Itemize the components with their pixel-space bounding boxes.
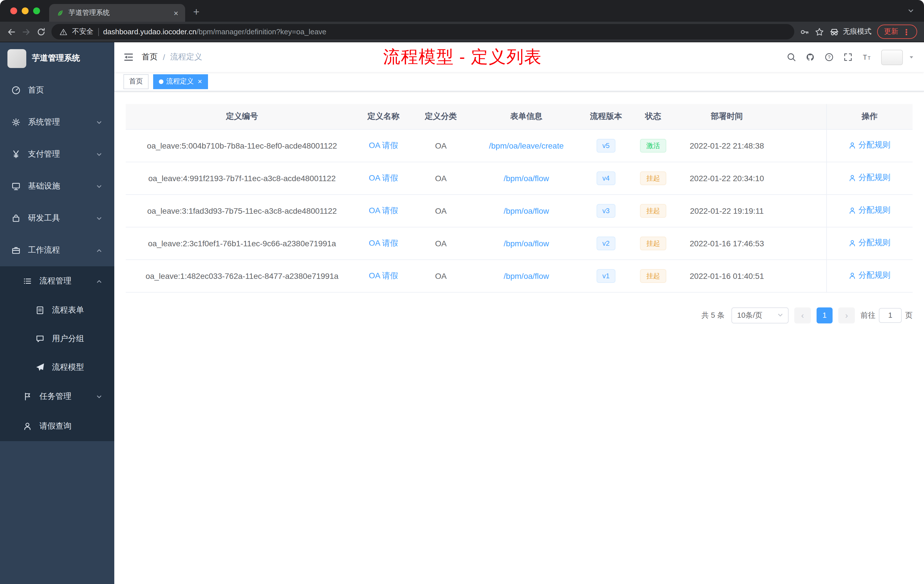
person-icon [849,239,856,247]
sidebar-item-home[interactable]: 首页 [0,74,114,106]
assign-rule-link[interactable]: 分配规则 [849,205,891,216]
definition-name-link[interactable]: OA 请假 [369,205,398,214]
definition-table: 定义编号 定义名称 定义分类 表单信息 流程版本 状态 部署时间 操作 [126,104,912,292]
sidebar-item-leave-query[interactable]: 请假查询 [0,411,114,441]
sidebar-item-process-management[interactable]: 流程管理 [0,266,114,296]
svg-text:?: ? [828,54,830,60]
definition-name-link[interactable]: OA 请假 [369,271,398,280]
browser-update-button[interactable]: 更新 ⋮ [877,25,917,39]
table-row: oa_leave:2:3c1f0ef1-76b1-11ec-9c66-a2380… [126,227,912,259]
page-number-button[interactable]: 1 [817,307,833,323]
forward-button[interactable] [22,27,31,36]
tab-search-button[interactable] [907,7,915,15]
chevron-down-icon [907,7,915,15]
github-button[interactable] [806,53,815,62]
sidebar-item-label: 请假查询 [40,421,71,431]
sidebar-logo[interactable]: 芋道管理系统 [0,42,114,74]
window-zoom-button[interactable] [33,7,40,14]
incognito-icon [830,27,839,36]
browser-tab-strip: 芋道管理系统 × + [0,0,924,22]
sidebar-item-process-model[interactable]: 流程模型 [0,353,114,382]
star-icon [815,27,824,36]
flag-icon [23,392,32,401]
sidebar-item-workflow[interactable]: 工作流程 [0,234,114,266]
sidebar-collapse-button[interactable] [124,52,134,62]
window-close-button[interactable] [10,7,17,14]
forward-arrow-icon [22,27,31,36]
annotation-overlay: 流程模型 - 定义列表 [383,45,542,69]
back-button[interactable] [7,27,16,36]
assign-rule-link[interactable]: 分配规则 [849,271,891,281]
page-content: 定义编号 定义名称 定义分类 表单信息 流程版本 状态 部署时间 操作 [114,91,924,584]
page-unit-label: 页 [905,310,912,320]
search-button[interactable] [787,53,796,62]
sidebar-item-infrastructure[interactable]: 基础设施 [0,170,114,202]
tag-close-icon[interactable]: × [198,78,202,85]
tab-favicon [56,9,64,17]
browser-tab[interactable]: 芋道管理系统 × [49,4,185,22]
assign-rule-link[interactable]: 分配规则 [849,173,891,183]
definition-id: oa_leave:3:1fad3d93-7b75-11ec-a3c8-acde4… [147,206,337,215]
sidebar-item-label: 系统管理 [28,117,60,127]
definition-id: oa_leave:4:991f2193-7b7f-11ec-a3c8-acde4… [148,173,336,183]
status-badge: 挂起 [640,171,666,185]
window-minimize-button[interactable] [22,7,28,14]
active-dot-icon [159,79,163,84]
sidebar-item-label: 流程管理 [40,276,71,286]
next-page-button[interactable]: › [838,307,855,323]
workflow-submenu: 流程管理 流程表单 用户分组 流程模型 任务管理 [0,266,114,441]
form-info-link[interactable]: /bpm/oa/flow [504,239,549,248]
browser-menu-icon[interactable]: ⋮ [902,27,910,36]
reload-button[interactable] [36,27,46,36]
tag-home[interactable]: 首页 [124,74,148,89]
sidebar-item-process-form[interactable]: 流程表单 [0,296,114,325]
goto-page-input[interactable] [879,308,902,323]
page-size-select[interactable]: 10条/页 [731,307,789,323]
sidebar-item-user-group[interactable]: 用户分组 [0,325,114,353]
col-header-version: 流程版本 [579,104,633,129]
help-button[interactable]: ? [825,53,834,62]
font-size-button[interactable]: TT [862,53,871,62]
user-avatar[interactable] [881,49,903,65]
definition-category: OA [435,141,447,150]
definition-id: oa_leave:5:004b710b-7b8a-11ec-8ef0-acde4… [147,141,337,150]
assign-rule-link[interactable]: 分配规则 [849,140,891,150]
assign-rule-link[interactable]: 分配规则 [849,238,891,248]
sidebar-item-payment-management[interactable]: 支付管理 [0,138,114,170]
tab-close-button[interactable]: × [174,9,178,17]
form-info-link[interactable]: /bpm/oa/leave/create [489,141,564,150]
breadcrumb-home[interactable]: 首页 [142,52,158,62]
prev-page-button[interactable]: ‹ [794,307,811,323]
deploy-time: 2022-01-22 19:19:11 [690,206,764,215]
chevron-up-icon [96,247,103,254]
form-info-link[interactable]: /bpm/oa/flow [504,206,549,215]
browser-toolbar: 不安全 dashboard.yudao.iocoder.cn/bpm/manag… [0,22,924,42]
tag-process-definition[interactable]: 流程定义 × [153,74,208,89]
avatar-caret-icon[interactable] [908,54,915,61]
address-bar[interactable]: 不安全 dashboard.yudao.iocoder.cn/bpm/manag… [51,24,794,40]
form-info-link[interactable]: /bpm/oa/flow [504,173,549,183]
new-tab-button[interactable]: + [193,6,200,18]
definition-name-link[interactable]: OA 请假 [369,173,398,182]
back-arrow-icon [7,27,16,36]
password-key-button[interactable] [800,27,809,36]
sidebar-item-task-management[interactable]: 任务管理 [0,382,114,411]
form-info-link[interactable]: /bpm/oa/flow [504,271,549,280]
not-secure-warning-icon [59,28,68,36]
url-text: dashboard.yudao.iocoder.cn/bpm/manager/d… [103,27,326,36]
chevron-down-icon [96,393,103,400]
sidebar-item-system-management[interactable]: 系统管理 [0,106,114,138]
logo-image [7,49,26,68]
fullscreen-icon [843,53,853,62]
sidebar-item-dev-tools[interactable]: 研发工具 [0,202,114,234]
version-badge: v5 [597,139,615,152]
fullscreen-button[interactable] [843,53,853,62]
definition-name-link[interactable]: OA 请假 [369,238,398,247]
definition-category: OA [435,239,447,248]
definition-name-link[interactable]: OA 请假 [369,140,398,149]
sidebar-item-label: 流程表单 [52,305,84,315]
definition-category: OA [435,206,447,215]
person-icon [849,207,856,214]
page-jumper: 前往 页 [861,308,912,323]
bookmark-star-button[interactable] [815,27,824,36]
